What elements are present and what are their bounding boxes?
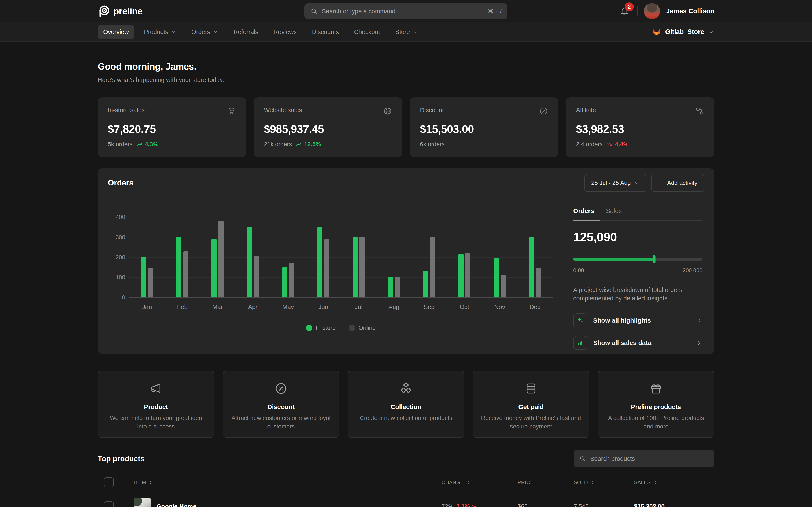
chevron-down-icon bbox=[634, 180, 640, 186]
feature-card-discount[interactable]: Discount Attract new customers or reward… bbox=[223, 371, 339, 438]
bar-online-mar[interactable] bbox=[218, 221, 223, 297]
trending-down-icon bbox=[471, 503, 478, 507]
nav-item-products[interactable]: Products bbox=[139, 25, 182, 39]
column-header-item[interactable]: ITEM bbox=[134, 480, 442, 486]
bar-in-store-mar[interactable] bbox=[211, 239, 216, 297]
store-switcher-label: Gitlab_Store bbox=[665, 28, 704, 36]
bar-in-store-apr[interactable] bbox=[247, 227, 252, 297]
bar-online-jun[interactable] bbox=[324, 239, 329, 297]
brand-logo[interactable]: preline bbox=[98, 5, 142, 17]
feature-card-preline-products[interactable]: Preline products A collection of 100+ Pr… bbox=[598, 371, 714, 438]
x-tick-mar: Mar bbox=[200, 303, 235, 311]
trending-up-icon bbox=[296, 141, 302, 148]
bar-online-jul[interactable] bbox=[359, 237, 364, 297]
orders-chart-legend: In-storeOnline bbox=[130, 325, 553, 331]
tab-orders[interactable]: Orders bbox=[573, 207, 594, 220]
stat-card-in-store-sales[interactable]: In-store sales $7,820.75 5k orders 4.3% bbox=[98, 97, 246, 157]
cubes-icon bbox=[399, 382, 413, 395]
notification-badge: 2 bbox=[625, 2, 634, 11]
orders-slider[interactable] bbox=[573, 256, 703, 263]
nav-item-discounts[interactable]: Discounts bbox=[306, 25, 344, 39]
select-all-checkbox[interactable] bbox=[104, 477, 114, 487]
column-header-sales[interactable]: SALES bbox=[634, 480, 708, 486]
row-checkbox[interactable] bbox=[104, 501, 114, 507]
feature-title: Product bbox=[144, 403, 168, 410]
main-nav: Overview Products Orders Referrals Revie… bbox=[0, 22, 812, 42]
feature-desc: Receive money with Preline's fast and se… bbox=[481, 414, 581, 431]
bar-online-jan[interactable] bbox=[148, 268, 153, 297]
orders-panel: Orders 25 Jul - 25 Aug Add activity 0100… bbox=[98, 168, 714, 354]
stat-change: 4.4% bbox=[606, 141, 628, 148]
stat-card-affiliate[interactable]: Affiliate $3,982.53 2.4 orders 4.4% bbox=[566, 97, 714, 157]
slider-max-label: 200,000 bbox=[682, 267, 703, 274]
bar-group-oct bbox=[447, 217, 482, 297]
feature-card-collection[interactable]: Collection Create a new collection of pr… bbox=[348, 371, 464, 438]
slider-min-label: 0.00 bbox=[573, 267, 584, 274]
stat-orders: 21k orders bbox=[264, 141, 292, 148]
stat-card-website-sales[interactable]: Website sales $985,937.45 21k orders 12.… bbox=[254, 97, 402, 157]
legend-item-online: Online bbox=[349, 325, 376, 331]
table-row-google-home[interactable]: Google Home 72% 3.1% $65 7,545 $15,302.0… bbox=[98, 490, 714, 507]
slider-track bbox=[573, 258, 703, 261]
bar-in-store-may[interactable] bbox=[282, 268, 287, 297]
store-switcher[interactable]: Gitlab_Store bbox=[652, 27, 714, 37]
main-content: Good morning, James. Here's what's happe… bbox=[0, 42, 812, 507]
bar-online-oct[interactable] bbox=[465, 252, 470, 297]
bar-chart-icon bbox=[573, 336, 587, 350]
top-header: preline ⌘ + / 2 James Collison bbox=[0, 0, 812, 22]
product-thumbnail bbox=[134, 498, 151, 507]
x-tick-jun: Jun bbox=[306, 303, 341, 311]
user-name[interactable]: James Collison bbox=[666, 7, 714, 15]
products-search-input[interactable] bbox=[590, 455, 709, 462]
slider-thumb[interactable] bbox=[653, 256, 655, 263]
global-search[interactable]: ⌘ + / bbox=[305, 3, 507, 19]
bar-group-jul bbox=[341, 217, 376, 297]
bar-online-aug[interactable] bbox=[395, 277, 400, 297]
avatar[interactable] bbox=[644, 3, 660, 19]
bar-in-store-nov[interactable] bbox=[494, 258, 499, 297]
bar-in-store-jan[interactable] bbox=[141, 257, 146, 297]
product-change: 72% 3.1% bbox=[442, 503, 518, 507]
bar-in-store-jul[interactable] bbox=[353, 237, 358, 297]
bar-in-store-oct[interactable] bbox=[458, 254, 463, 297]
product-sales: $15,302.00 bbox=[634, 503, 708, 507]
bar-online-may[interactable] bbox=[289, 264, 294, 297]
feature-card-product[interactable]: Product We can help to turn your great i… bbox=[98, 371, 214, 438]
tab-sales[interactable]: Sales bbox=[606, 207, 622, 220]
bar-online-sep[interactable] bbox=[430, 237, 435, 297]
search-input[interactable] bbox=[322, 8, 484, 15]
bar-online-dec[interactable] bbox=[536, 268, 541, 297]
show-all-highlights-link[interactable]: Show all highlights bbox=[573, 314, 703, 327]
bar-group-apr bbox=[235, 217, 270, 297]
nav-item-checkout[interactable]: Checkout bbox=[349, 25, 386, 39]
bar-online-apr[interactable] bbox=[254, 256, 259, 297]
notifications-button[interactable]: 2 bbox=[618, 5, 631, 17]
date-range-button[interactable]: 25 Jul - 25 Aug bbox=[585, 174, 647, 192]
feature-card-get-paid[interactable]: Get paid Receive money with Preline's fa… bbox=[473, 371, 589, 438]
bar-online-nov[interactable] bbox=[501, 275, 506, 297]
bar-in-store-aug[interactable] bbox=[388, 277, 393, 297]
bar-in-store-jun[interactable] bbox=[317, 227, 322, 297]
products-search[interactable] bbox=[574, 450, 714, 467]
bar-in-store-feb[interactable] bbox=[176, 237, 182, 297]
column-header-price[interactable]: PRICE bbox=[518, 480, 574, 486]
column-header-sold[interactable]: SOLD bbox=[574, 480, 634, 486]
bar-online-feb[interactable] bbox=[183, 251, 189, 297]
affiliate-icon bbox=[695, 107, 704, 116]
x-tick-apr: Apr bbox=[235, 303, 270, 311]
nav-item-orders[interactable]: Orders bbox=[186, 25, 224, 39]
x-tick-jan: Jan bbox=[130, 303, 165, 311]
nav-item-referrals[interactable]: Referrals bbox=[228, 25, 264, 39]
stat-card-discount[interactable]: Discount $15,503.00 6k orders bbox=[410, 97, 558, 157]
nav-item-overview[interactable]: Overview bbox=[98, 25, 134, 39]
nav-item-reviews[interactable]: Reviews bbox=[268, 25, 302, 39]
bar-in-store-sep[interactable] bbox=[423, 271, 428, 297]
bar-in-store-dec[interactable] bbox=[529, 237, 534, 297]
legend-swatch bbox=[349, 325, 355, 331]
stat-change: 4.3% bbox=[136, 141, 158, 148]
show-all-sales-data-link[interactable]: Show all sales data bbox=[573, 336, 703, 350]
y-tick-label: 0 bbox=[108, 294, 125, 301]
add-activity-button[interactable]: Add activity bbox=[651, 174, 704, 192]
column-header-change[interactable]: CHANGE bbox=[442, 480, 518, 486]
nav-item-store[interactable]: Store bbox=[390, 25, 423, 39]
